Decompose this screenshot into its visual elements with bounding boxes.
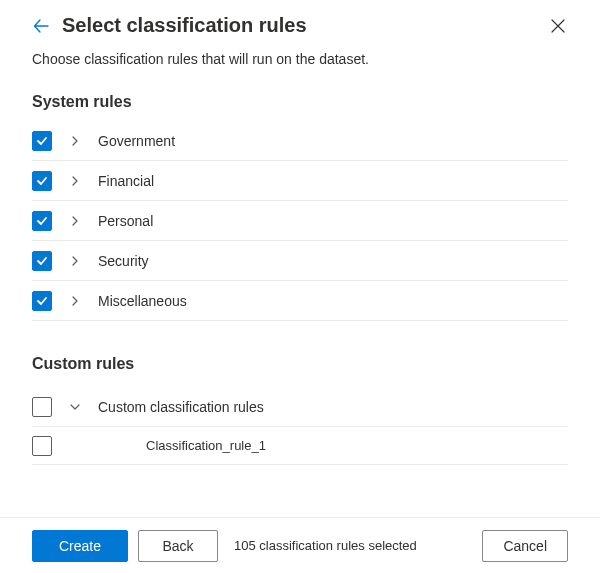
rule-label: Government <box>98 133 175 149</box>
rule-label: Custom classification rules <box>98 399 264 415</box>
chevron-right-icon[interactable] <box>68 254 82 268</box>
rule-row-miscellaneous: Miscellaneous <box>32 281 568 321</box>
back-button[interactable]: Back <box>138 530 218 562</box>
panel-footer: Create Back 105 classification rules sel… <box>0 517 600 573</box>
rule-label: Security <box>98 253 149 269</box>
chevron-right-icon[interactable] <box>68 214 82 228</box>
rule-row-security: Security <box>32 241 568 281</box>
rule-row-government: Government <box>32 121 568 161</box>
custom-rules-heading: Custom rules <box>32 355 568 373</box>
back-arrow-icon[interactable] <box>32 17 50 35</box>
child-rule-label: Classification_rule_1 <box>146 438 266 453</box>
checkbox-financial[interactable] <box>32 171 52 191</box>
create-button[interactable]: Create <box>32 530 128 562</box>
rule-row-child: Classification_rule_1 <box>32 427 568 465</box>
chevron-right-icon[interactable] <box>68 294 82 308</box>
panel-subtitle: Choose classification rules that will ru… <box>32 51 568 67</box>
checkbox-custom-group[interactable] <box>32 397 52 417</box>
cancel-button[interactable]: Cancel <box>482 530 568 562</box>
checkbox-personal[interactable] <box>32 211 52 231</box>
checkbox-security[interactable] <box>32 251 52 271</box>
chevron-right-icon[interactable] <box>68 174 82 188</box>
checkbox-miscellaneous[interactable] <box>32 291 52 311</box>
rule-row-financial: Financial <box>32 161 568 201</box>
chevron-down-icon[interactable] <box>68 400 82 414</box>
panel-header: Select classification rules <box>32 14 568 37</box>
close-icon[interactable] <box>548 16 568 36</box>
rule-row-personal: Personal <box>32 201 568 241</box>
panel-title: Select classification rules <box>62 14 307 37</box>
rule-label: Financial <box>98 173 154 189</box>
chevron-right-icon[interactable] <box>68 134 82 148</box>
selection-status: 105 classification rules selected <box>234 538 417 553</box>
rule-label: Personal <box>98 213 153 229</box>
checkbox-child-rule[interactable] <box>32 436 52 456</box>
rule-label: Miscellaneous <box>98 293 187 309</box>
checkbox-government[interactable] <box>32 131 52 151</box>
system-rules-heading: System rules <box>32 93 568 111</box>
rule-row-custom-group: Custom classification rules <box>32 387 568 427</box>
